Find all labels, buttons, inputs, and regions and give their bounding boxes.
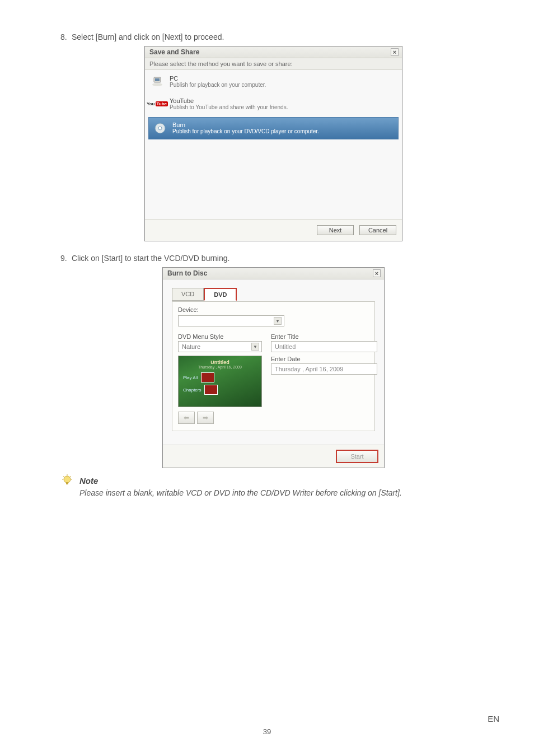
dialog-button-bar: Next Cancel [145,219,402,241]
tab-dvd[interactable]: DVD [204,288,237,301]
device-panel: Device: ▼ DVD Menu Style Nature ▼ Untitl… [172,301,375,431]
option-title: YouTube [170,97,288,104]
dialog-instruction: Please select the method you want to sav… [145,58,402,70]
save-and-share-dialog: Save and Share × Please select the metho… [144,46,402,241]
menu-style-label: DVD Menu Style [178,333,262,340]
menu-preview: Untitled Thursday , April 16, 2009 Play … [178,356,262,407]
note-block: Note [60,474,486,487]
lightbulb-icon [60,474,74,487]
option-title: PC [170,75,266,82]
dialog-title: Burn to Disc [167,269,207,277]
page-language: EN [488,714,499,724]
disc-icon [153,122,167,135]
option-sub: Publish for playback on your DVD/VCD pla… [172,128,319,134]
enter-title-label: Enter Title [271,333,377,340]
next-style-button[interactable]: ➡ [197,412,214,424]
dialog-titlebar: Burn to Disc × [163,268,384,279]
enter-date-label: Enter Date [271,356,377,362]
dialog-title: Save and Share [149,48,199,56]
preview-play-label: Play All [183,375,198,380]
chevron-down-icon: ▼ [274,317,282,325]
preview-thumb [201,372,214,382]
svg-point-0 [152,83,162,86]
close-icon[interactable]: × [391,48,399,56]
preview-date: Thursday , April 16, 2009 [183,365,257,369]
option-title: Burn [172,122,319,128]
option-sub: Publish to YouTube and share with your f… [170,104,288,110]
step-number: 9. [60,254,72,263]
chevron-down-icon: ▼ [251,343,259,351]
step-text: Click on [Start] to start the VCD/DVD bu… [72,254,229,263]
dialog-blank-area [145,142,402,219]
step-8: 8. Select [Burn] and click on [Next] to … [60,32,486,41]
dialog-titlebar: Save and Share × [145,46,402,58]
svg-point-4 [158,127,162,130]
next-button[interactable]: Next [317,225,354,235]
preview-thumb [204,385,218,395]
step-text: Select [Burn] and click on [Next] to pro… [72,32,224,41]
option-burn-selected[interactable]: Burn Publish for playback on your DVD/VC… [148,117,399,139]
tab-vcd[interactable]: VCD [172,288,204,301]
youtube-icon: YouTube [151,97,164,110]
burn-to-disc-dialog: Burn to Disc × VCD DVD Device: ▼ DVD Men… [162,267,385,468]
menu-style-combo[interactable]: Nature ▼ [178,341,262,352]
step-9: 9. Click on [Start] to start the VCD/DVD… [60,254,486,263]
svg-rect-2 [155,78,160,81]
dialog-button-bar: Start [163,445,384,468]
menu-style-value: Nature [182,343,200,350]
date-input[interactable] [271,363,377,375]
svg-line-11 [70,476,71,477]
svg-line-10 [63,476,64,477]
option-pc[interactable]: PC Publish for playback on your computer… [145,70,402,92]
disc-type-tabs: VCD DVD [172,287,375,300]
note-text: Please insert a blank, writable VCD or D… [79,488,486,497]
close-icon[interactable]: × [373,269,381,277]
preview-title: Untitled [183,360,257,365]
page-number: 39 [0,727,534,736]
start-button[interactable]: Start [336,450,378,463]
svg-point-5 [64,476,71,483]
option-youtube[interactable]: YouTube YouTube Publish to YouTube and s… [145,92,402,115]
svg-rect-6 [66,482,68,484]
pc-icon [151,74,164,88]
title-input[interactable] [271,341,377,352]
note-title: Note [79,476,98,486]
step-number: 8. [60,32,72,41]
preview-chapters-label: Chapters [183,388,201,393]
cancel-button[interactable]: Cancel [359,225,396,235]
device-label: Device: [178,306,369,313]
option-sub: Publish for playback on your computer. [170,82,266,88]
device-combo[interactable]: ▼ [178,315,284,326]
prev-style-button[interactable]: ⬅ [178,412,195,424]
